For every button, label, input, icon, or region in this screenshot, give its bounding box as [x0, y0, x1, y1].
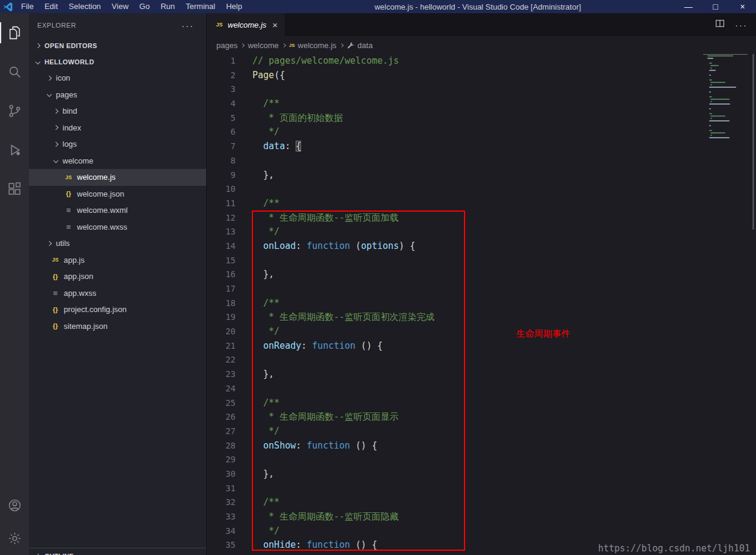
tree-item-label: index	[62, 123, 81, 132]
code-line-25[interactable]: 25 /**	[207, 396, 756, 411]
tree-item-pages[interactable]: pages	[29, 87, 206, 103]
code-line-5[interactable]: 5 * 页面的初始数据	[207, 111, 756, 126]
code-line-26[interactable]: 26 * 生命周期函数--监听页面显示	[207, 410, 756, 425]
menu-view[interactable]: View	[106, 0, 134, 13]
tree-item-logs[interactable]: logs	[29, 136, 206, 153]
code-editor[interactable]: 1// pages/welcome/welcome.js2Page({34 /*…	[207, 54, 756, 555]
breadcrumb-pages[interactable]: pages	[216, 41, 237, 50]
tree-item-utils[interactable]: utils	[29, 235, 206, 252]
code-line-32[interactable]: 32 /**	[207, 495, 756, 510]
chevron-right-icon	[53, 142, 58, 147]
tree-item-welcome.js[interactable]: JSwelcome.js	[29, 169, 206, 186]
maximize-button[interactable]: □	[702, 0, 729, 13]
account-button[interactable]	[0, 489, 29, 522]
activity-extensions[interactable]	[0, 170, 29, 209]
menu-go[interactable]: Go	[134, 0, 155, 13]
code-line-33[interactable]: 33 * 生命周期函数--监听页面隐藏	[207, 510, 756, 524]
code-line-20[interactable]: 20 */	[207, 325, 756, 339]
menu-file[interactable]: File	[16, 0, 39, 13]
tree-item-app.wxss[interactable]: ≡app.wxss	[29, 285, 206, 302]
breadcrumb-data[interactable]: data	[347, 41, 373, 50]
code-line-23[interactable]: 23 },	[207, 367, 756, 382]
activity-run-debug[interactable]	[0, 130, 29, 170]
tree-item-welcome.wxml[interactable]: ≡welcome.wxml	[29, 202, 206, 219]
line-content: */	[252, 325, 279, 339]
tree-item-app.json[interactable]: {}app.json	[29, 268, 206, 285]
line-content: * 生命周期函数--监听页面初次渲染完成	[252, 310, 434, 325]
open-editors-section[interactable]: OPEN EDITORS	[29, 37, 206, 54]
wxss-file-icon: ≡	[63, 222, 74, 232]
line-number: 35	[207, 538, 252, 553]
code-line-19[interactable]: 19 * 生命周期函数--监听页面初次渲染完成	[207, 310, 756, 325]
code-line-12[interactable]: 12 * 生命周期函数--监听页面加载	[207, 211, 756, 225]
editor-more-actions-icon[interactable]: ···	[735, 20, 748, 30]
tree-item-index[interactable]: index	[29, 120, 206, 136]
minimize-button[interactable]: —	[675, 0, 702, 13]
line-content: onLoad: function (options) {	[252, 239, 415, 254]
js-file-icon: JS	[63, 174, 74, 180]
code-line-2[interactable]: 2Page({	[207, 69, 756, 83]
activity-search[interactable]	[0, 52, 29, 91]
tree-item-label: icon	[56, 73, 70, 82]
code-line-21[interactable]: 21 onReady: function () {	[207, 339, 756, 354]
code-line-11[interactable]: 11 /**	[207, 197, 756, 211]
outline-label: OUTLINE	[44, 553, 73, 555]
tree-item-app.js[interactable]: JSapp.js	[29, 252, 206, 269]
tree-item-icon[interactable]: icon	[29, 70, 206, 87]
code-line-16[interactable]: 16 },	[207, 268, 756, 282]
code-line-30[interactable]: 30 },	[207, 467, 756, 482]
code-line-3[interactable]: 3	[207, 82, 756, 97]
code-line-10[interactable]: 10	[207, 182, 756, 197]
menu-help[interactable]: Help	[221, 0, 248, 13]
editor-group: JS welcome.js × ··· pageswelcomeJSwelcom…	[206, 13, 756, 555]
code-line-34[interactable]: 34 */	[207, 524, 756, 539]
tree-item-bind[interactable]: bind	[29, 103, 206, 120]
tab-welcome-js[interactable]: JS welcome.js ×	[207, 13, 285, 36]
tree-item-welcome.wxss[interactable]: ≡welcome.wxss	[29, 219, 206, 236]
activity-source-control[interactable]	[0, 91, 29, 130]
code-line-13[interactable]: 13 */	[207, 225, 756, 239]
code-line-1[interactable]: 1// pages/welcome/welcome.js	[207, 54, 756, 69]
outline-section[interactable]: OUTLINE	[29, 548, 206, 555]
code-line-24[interactable]: 24	[207, 382, 756, 396]
code-line-8[interactable]: 8	[207, 154, 756, 168]
explorer-more-actions-icon[interactable]: ···	[181, 20, 194, 31]
code-line-29[interactable]: 29	[207, 453, 756, 467]
menu-selection[interactable]: Selection	[63, 0, 106, 13]
close-button[interactable]: ×	[729, 0, 756, 13]
code-line-18[interactable]: 18 /**	[207, 296, 756, 311]
root-folder-helloworld[interactable]: HELLOWORLD	[29, 54, 206, 70]
menu-edit[interactable]: Edit	[39, 0, 63, 13]
tree-item-welcome[interactable]: welcome	[29, 153, 206, 170]
code-line-14[interactable]: 14 onLoad: function (options) {	[207, 239, 756, 254]
breadcrumb-welcome.js[interactable]: JSwelcome.js	[289, 41, 337, 50]
tree-item-sitemap.json[interactable]: {}sitemap.json	[29, 318, 206, 335]
watermark: https://blog.csdn.net/ljh101	[598, 543, 750, 554]
code-line-15[interactable]: 15	[207, 254, 756, 268]
code-line-31[interactable]: 31	[207, 482, 756, 496]
tab-close-icon[interactable]: ×	[272, 20, 278, 30]
code-line-28[interactable]: 28 onShow: function () {	[207, 439, 756, 453]
minimap[interactable]	[707, 55, 749, 140]
activity-explorer[interactable]	[0, 13, 29, 52]
code-line-6[interactable]: 6 */	[207, 125, 756, 140]
json-file-icon: {}	[50, 273, 61, 280]
settings-button[interactable]	[0, 522, 29, 555]
code-line-7[interactable]: 7 data: {	[207, 140, 756, 154]
line-content: */	[252, 524, 279, 539]
scrollbar[interactable]	[752, 54, 754, 230]
menu-terminal[interactable]: Terminal	[180, 0, 221, 13]
code-line-27[interactable]: 27 */	[207, 425, 756, 439]
menu-run[interactable]: Run	[155, 0, 180, 13]
tree-item-welcome.json[interactable]: {}welcome.json	[29, 186, 206, 203]
code-line-9[interactable]: 9 },	[207, 168, 756, 183]
breadcrumb-label: data	[358, 41, 373, 50]
code-line-22[interactable]: 22	[207, 353, 756, 367]
tree-item-project.config.json[interactable]: {}project.config.json	[29, 301, 206, 318]
line-number: 33	[207, 510, 252, 524]
split-editor-icon[interactable]	[715, 18, 725, 31]
code-line-4[interactable]: 4 /**	[207, 97, 756, 111]
tree-item-label: welcome.json	[77, 189, 124, 198]
breadcrumb-welcome[interactable]: welcome	[248, 41, 278, 50]
code-line-17[interactable]: 17	[207, 282, 756, 296]
